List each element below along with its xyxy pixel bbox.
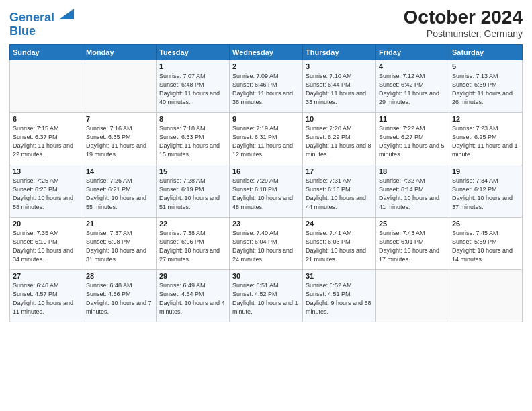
title-block: October 2024 Postmunster, Germany	[404, 7, 523, 39]
day-info: Sunrise: 7:19 AM Sunset: 6:31 PM Dayligh…	[232, 124, 300, 159]
day-info: Sunrise: 7:35 AM Sunset: 6:10 PM Dayligh…	[13, 229, 80, 264]
calendar-cell: 18Sunrise: 7:32 AM Sunset: 6:14 PM Dayli…	[376, 165, 449, 218]
calendar-cell	[376, 270, 449, 322]
day-number: 16	[232, 167, 300, 175]
calendar-cell: 6Sunrise: 7:15 AM Sunset: 6:37 PM Daylig…	[10, 113, 83, 165]
page-header: General Blue October 2024 Postmunster, G…	[9, 7, 523, 39]
day-info: Sunrise: 6:49 AM Sunset: 4:54 PM Dayligh…	[159, 281, 226, 316]
day-info: Sunrise: 7:41 AM Sunset: 6:03 PM Dayligh…	[306, 229, 373, 264]
calendar-cell: 24Sunrise: 7:41 AM Sunset: 6:03 PM Dayli…	[303, 218, 376, 270]
day-info: Sunrise: 7:18 AM Sunset: 6:33 PM Dayligh…	[159, 124, 226, 159]
day-info: Sunrise: 7:29 AM Sunset: 6:18 PM Dayligh…	[232, 177, 300, 212]
day-number: 7	[86, 115, 153, 123]
day-number: 28	[86, 272, 153, 280]
calendar-cell: 7Sunrise: 7:16 AM Sunset: 6:35 PM Daylig…	[83, 113, 157, 165]
day-info: Sunrise: 7:22 AM Sunset: 6:27 PM Dayligh…	[379, 124, 446, 159]
day-number: 22	[159, 220, 226, 228]
logo-icon	[59, 7, 74, 21]
calendar-cell: 1Sunrise: 7:07 AM Sunset: 6:48 PM Daylig…	[157, 60, 230, 113]
day-info: Sunrise: 7:37 AM Sunset: 6:08 PM Dayligh…	[86, 229, 153, 264]
day-number: 10	[306, 115, 373, 123]
day-number: 31	[306, 272, 373, 280]
day-info: Sunrise: 7:43 AM Sunset: 6:01 PM Dayligh…	[379, 229, 446, 264]
calendar-cell: 3Sunrise: 7:10 AM Sunset: 6:44 PM Daylig…	[303, 60, 376, 113]
day-info: Sunrise: 7:23 AM Sunset: 6:25 PM Dayligh…	[452, 124, 519, 159]
day-number: 17	[306, 167, 373, 175]
calendar-cell	[10, 60, 83, 113]
day-number: 21	[86, 220, 153, 228]
day-number: 15	[159, 167, 226, 175]
calendar-cell: 16Sunrise: 7:29 AM Sunset: 6:18 PM Dayli…	[230, 165, 303, 218]
day-info: Sunrise: 7:45 AM Sunset: 5:59 PM Dayligh…	[452, 229, 519, 264]
calendar-cell: 8Sunrise: 7:18 AM Sunset: 6:33 PM Daylig…	[157, 113, 230, 165]
calendar-cell: 19Sunrise: 7:34 AM Sunset: 6:12 PM Dayli…	[449, 165, 523, 218]
day-info: Sunrise: 6:46 AM Sunset: 4:57 PM Dayligh…	[13, 281, 80, 316]
month-title: October 2024	[404, 7, 523, 28]
day-info: Sunrise: 7:12 AM Sunset: 6:42 PM Dayligh…	[379, 72, 446, 107]
day-number: 12	[452, 115, 519, 123]
day-number: 18	[379, 167, 446, 175]
calendar-cell: 17Sunrise: 7:31 AM Sunset: 6:16 PM Dayli…	[303, 165, 376, 218]
calendar-cell: 27Sunrise: 6:46 AM Sunset: 4:57 PM Dayli…	[10, 270, 83, 322]
day-info: Sunrise: 7:13 AM Sunset: 6:39 PM Dayligh…	[452, 72, 519, 107]
day-number: 3	[306, 62, 373, 71]
day-info: Sunrise: 7:07 AM Sunset: 6:48 PM Dayligh…	[159, 72, 226, 107]
day-number: 5	[452, 62, 519, 71]
day-header-wednesday: Wednesday	[230, 45, 303, 60]
calendar-cell	[83, 60, 157, 113]
day-info: Sunrise: 7:16 AM Sunset: 6:35 PM Dayligh…	[86, 124, 153, 159]
calendar-cell: 30Sunrise: 6:51 AM Sunset: 4:52 PM Dayli…	[230, 270, 303, 322]
day-number: 30	[232, 272, 300, 280]
calendar-cell: 11Sunrise: 7:22 AM Sunset: 6:27 PM Dayli…	[376, 113, 449, 165]
calendar-cell: 29Sunrise: 6:49 AM Sunset: 4:54 PM Dayli…	[157, 270, 230, 322]
calendar-cell: 31Sunrise: 6:52 AM Sunset: 4:51 PM Dayli…	[303, 270, 376, 322]
calendar-cell: 20Sunrise: 7:35 AM Sunset: 6:10 PM Dayli…	[10, 218, 83, 270]
calendar-cell: 22Sunrise: 7:38 AM Sunset: 6:06 PM Dayli…	[157, 218, 230, 270]
day-info: Sunrise: 6:51 AM Sunset: 4:52 PM Dayligh…	[232, 281, 300, 316]
day-number: 11	[379, 115, 446, 123]
calendar-cell: 12Sunrise: 7:23 AM Sunset: 6:25 PM Dayli…	[449, 113, 523, 165]
day-info: Sunrise: 6:52 AM Sunset: 4:51 PM Dayligh…	[306, 281, 373, 316]
day-info: Sunrise: 7:32 AM Sunset: 6:14 PM Dayligh…	[379, 177, 446, 212]
logo: General Blue	[9, 7, 74, 38]
logo-text: General	[9, 7, 74, 25]
day-info: Sunrise: 6:48 AM Sunset: 4:56 PM Dayligh…	[86, 281, 153, 316]
day-number: 29	[159, 272, 226, 280]
day-info: Sunrise: 7:09 AM Sunset: 6:46 PM Dayligh…	[232, 72, 300, 107]
day-header-tuesday: Tuesday	[157, 45, 230, 60]
calendar-cell: 13Sunrise: 7:25 AM Sunset: 6:23 PM Dayli…	[10, 165, 83, 218]
day-info: Sunrise: 7:26 AM Sunset: 6:21 PM Dayligh…	[86, 177, 153, 212]
calendar-cell: 21Sunrise: 7:37 AM Sunset: 6:08 PM Dayli…	[83, 218, 157, 270]
day-number: 23	[232, 220, 300, 228]
day-number: 4	[379, 62, 446, 71]
calendar-cell: 25Sunrise: 7:43 AM Sunset: 6:01 PM Dayli…	[376, 218, 449, 270]
calendar-cell: 26Sunrise: 7:45 AM Sunset: 5:59 PM Dayli…	[449, 218, 523, 270]
logo-blue: Blue	[9, 25, 74, 38]
day-number: 8	[159, 115, 226, 123]
day-header-saturday: Saturday	[449, 45, 523, 60]
location-title: Postmunster, Germany	[404, 28, 523, 39]
logo-general: General	[9, 11, 54, 24]
svg-marker-0	[59, 9, 74, 19]
day-info: Sunrise: 7:15 AM Sunset: 6:37 PM Dayligh…	[13, 124, 80, 159]
day-info: Sunrise: 7:25 AM Sunset: 6:23 PM Dayligh…	[13, 177, 80, 212]
calendar-cell: 14Sunrise: 7:26 AM Sunset: 6:21 PM Dayli…	[83, 165, 157, 218]
day-info: Sunrise: 7:40 AM Sunset: 6:04 PM Dayligh…	[232, 229, 300, 264]
calendar-cell	[449, 270, 523, 322]
day-number: 19	[452, 167, 519, 175]
day-info: Sunrise: 7:31 AM Sunset: 6:16 PM Dayligh…	[306, 177, 373, 212]
day-number: 14	[86, 167, 153, 175]
day-info: Sunrise: 7:28 AM Sunset: 6:19 PM Dayligh…	[159, 177, 226, 212]
day-number: 6	[13, 115, 80, 123]
day-header-thursday: Thursday	[303, 45, 376, 60]
day-header-friday: Friday	[376, 45, 449, 60]
day-number: 27	[13, 272, 80, 280]
calendar-cell: 28Sunrise: 6:48 AM Sunset: 4:56 PM Dayli…	[83, 270, 157, 322]
day-info: Sunrise: 7:20 AM Sunset: 6:29 PM Dayligh…	[306, 124, 373, 159]
calendar-cell: 2Sunrise: 7:09 AM Sunset: 6:46 PM Daylig…	[230, 60, 303, 113]
calendar-table: SundayMondayTuesdayWednesdayThursdayFrid…	[9, 44, 523, 322]
day-number: 2	[232, 62, 300, 71]
calendar-cell: 4Sunrise: 7:12 AM Sunset: 6:42 PM Daylig…	[376, 60, 449, 113]
day-number: 20	[13, 220, 80, 228]
day-header-monday: Monday	[83, 45, 157, 60]
